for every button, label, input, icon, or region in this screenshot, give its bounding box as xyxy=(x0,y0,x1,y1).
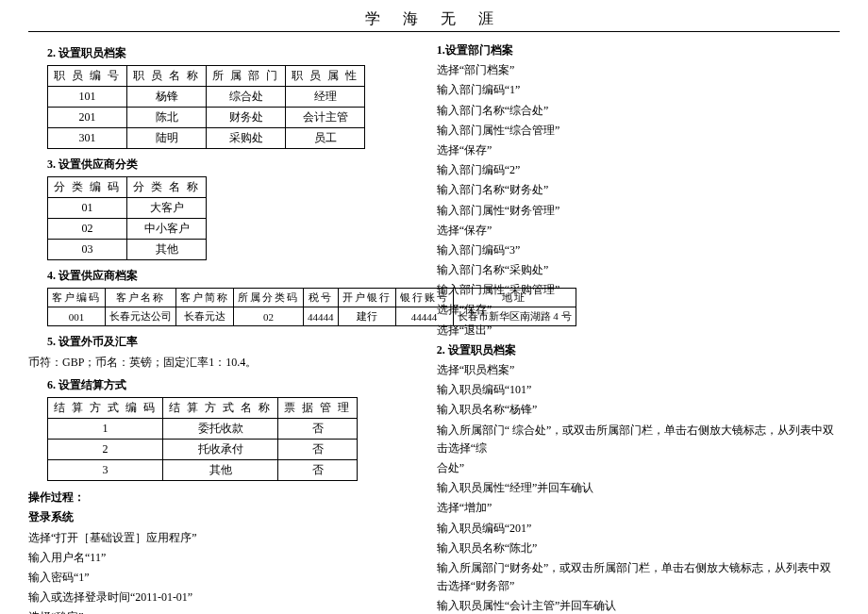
table-row: 01大客户 xyxy=(48,198,207,219)
heading-emp-archive: 2. 设置职员档案 xyxy=(437,341,843,359)
cell: 否 xyxy=(278,440,358,460)
op-step: 选择“打开［基础设置］应用程序” xyxy=(28,529,418,547)
col-header: 职 员 名 称 xyxy=(127,66,207,87)
step: 输入部门编码“2” xyxy=(437,161,843,179)
step: 输入部门名称“采购处” xyxy=(437,261,843,279)
heading-supplier-class: 3. 设置供应商分类 xyxy=(47,157,418,173)
step: 输入部门名称“财务处” xyxy=(437,181,843,199)
heading-settlement: 6. 设置结算方式 xyxy=(47,377,418,393)
col-header: 结 算 方 式 编 码 xyxy=(48,398,163,419)
cell: 1 xyxy=(48,419,163,440)
step: 输入职员属性“会计主管”并回车确认 xyxy=(437,597,843,614)
step: 输入职员编码“101” xyxy=(437,381,843,399)
table-row: 3其他否 xyxy=(48,460,358,481)
cell: 陆明 xyxy=(127,128,207,149)
cell: 否 xyxy=(278,419,358,440)
step: 选择“保存” xyxy=(437,141,843,159)
col-header: 所 属 部 门 xyxy=(207,66,286,87)
heading-dept-archive: 1.设置部门档案 xyxy=(437,41,843,59)
cell: 02 xyxy=(234,307,304,326)
cell: 财务处 xyxy=(207,108,286,128)
login-heading: 登录系统 xyxy=(28,508,418,526)
currency-line: 币符：GBP；币名：英镑；固定汇率1：10.4。 xyxy=(28,354,418,372)
col-header: 分 类 编 码 xyxy=(48,177,127,198)
col-header: 职 员 属 性 xyxy=(286,66,365,87)
step: 选择“保存” xyxy=(437,222,843,240)
left-column: 2. 设置职员档案 职 员 编 号 职 员 名 称 所 属 部 门 职 员 属 … xyxy=(28,40,418,614)
col-header: 客户编码 xyxy=(48,289,106,307)
cell: 经理 xyxy=(286,87,365,108)
table-row: 301陆明采购处员工 xyxy=(48,128,365,149)
step: 输入部门名称“综合处” xyxy=(437,102,843,120)
step: 选择“保存” xyxy=(437,301,843,319)
heading-currency: 5. 设置外币及汇率 xyxy=(47,334,418,350)
cell: 其他 xyxy=(127,240,207,260)
cell: 长春元达 xyxy=(176,307,234,326)
op-step: 选择“确定” xyxy=(28,608,418,614)
table-row: 03其他 xyxy=(48,240,207,260)
cell: 员工 xyxy=(286,128,365,149)
step-long: 输入所属部门“财务处”，或双击所属部门栏，单击右侧放大镜标志，从列表中双击选择“… xyxy=(437,559,843,595)
right-column: 1.设置部门档案 选择“部门档案” 输入部门编码“1” 输入部门名称“综合处” … xyxy=(437,40,843,614)
step: 输入职员名称“陈北” xyxy=(437,539,843,557)
step: 输入部门编码“3” xyxy=(437,241,843,259)
cell: 中小客户 xyxy=(127,219,207,240)
col-header: 所属分类码 xyxy=(234,289,304,307)
cell: 长春元达公司 xyxy=(106,307,176,326)
cell: 陈北 xyxy=(127,108,207,128)
cell: 101 xyxy=(48,87,127,108)
cell: 委托收款 xyxy=(163,419,278,440)
cell: 2 xyxy=(48,440,163,460)
table-row: 02中小客户 xyxy=(48,219,207,240)
heading-employees: 2. 设置职员档案 xyxy=(47,45,418,61)
col-header: 职 员 编 号 xyxy=(48,66,127,87)
step: 选择“职员档案” xyxy=(437,361,843,379)
cell: 综合处 xyxy=(207,87,286,108)
op-step: 输入或选择登录时间“2011-01-01” xyxy=(28,589,418,606)
heading-supplier-archive: 4. 设置供应商档案 xyxy=(47,268,418,284)
table-row: 1委托收款否 xyxy=(48,419,358,440)
step: 输入部门属性“财务管理” xyxy=(437,202,843,220)
cell: 托收承付 xyxy=(163,440,278,460)
page-title: 学 海 无 涯 xyxy=(28,9,840,29)
ops-heading: 操作过程： xyxy=(28,489,418,506)
table-header-row: 分 类 编 码 分 类 名 称 xyxy=(48,177,207,198)
cell: 301 xyxy=(48,128,127,149)
cell: 会计主管 xyxy=(286,108,365,128)
table-header-row: 结 算 方 式 编 码 结 算 方 式 名 称 票 据 管 理 xyxy=(48,398,358,419)
two-column-layout: 2. 设置职员档案 职 员 编 号 职 员 名 称 所 属 部 门 职 员 属 … xyxy=(28,40,840,614)
divider xyxy=(28,31,840,32)
table-header-row: 职 员 编 号 职 员 名 称 所 属 部 门 职 员 属 性 xyxy=(48,66,365,87)
cell: 03 xyxy=(48,240,127,260)
cell: 建行 xyxy=(338,307,395,326)
op-step: 输入用户名“11” xyxy=(28,549,418,567)
cell: 采购处 xyxy=(207,128,286,149)
step: 输入部门编码“1” xyxy=(437,81,843,99)
step: 输入职员属性“经理”并回车确认 xyxy=(437,479,843,497)
cell: 杨锋 xyxy=(127,87,207,108)
col-header: 票 据 管 理 xyxy=(278,398,358,419)
step: 输入所属部门“ 综合处”，或双击所属部门栏，单击右侧放大镜标志，从列表中双击选择… xyxy=(437,422,843,457)
step: 输入职员名称“杨锋” xyxy=(437,401,843,419)
table-row: 101杨锋综合处经理 xyxy=(48,87,365,108)
col-header: 客户简称 xyxy=(176,289,234,307)
col-header: 结 算 方 式 名 称 xyxy=(163,398,278,419)
cell: 02 xyxy=(48,219,127,240)
table-employees: 职 员 编 号 职 员 名 称 所 属 部 门 职 员 属 性 101杨锋综合处… xyxy=(47,65,365,149)
cell: 其他 xyxy=(163,460,278,481)
step-continuation: 合处” xyxy=(437,459,843,477)
cell: 44444 xyxy=(304,307,339,326)
cell: 01 xyxy=(48,198,127,219)
col-header: 开户银行 xyxy=(338,289,395,307)
table-settlement: 结 算 方 式 编 码 结 算 方 式 名 称 票 据 管 理 1委托收款否 2… xyxy=(47,397,358,481)
op-step: 输入密码“1” xyxy=(28,569,418,587)
col-header: 税号 xyxy=(304,289,339,307)
cell: 201 xyxy=(48,108,127,128)
table-supplier-class: 分 类 编 码 分 类 名 称 01大客户 02中小客户 03其他 xyxy=(47,176,207,260)
step: 选择“增加” xyxy=(437,499,843,517)
cell: 大客户 xyxy=(127,198,207,219)
step: 选择“部门档案” xyxy=(437,61,843,79)
col-header: 客户名称 xyxy=(106,289,176,307)
step: 输入部门属性“采购管理” xyxy=(437,281,843,299)
step: 选择“退出” xyxy=(437,322,843,340)
